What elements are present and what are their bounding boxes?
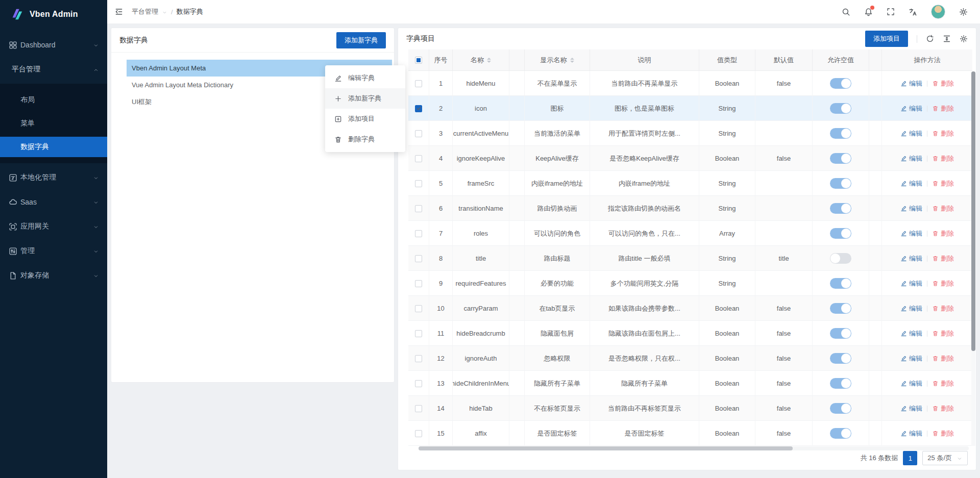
nullable-toggle[interactable]: [830, 178, 851, 189]
row-checkbox[interactable]: [415, 380, 422, 387]
nullable-toggle[interactable]: [830, 353, 851, 364]
delete-button[interactable]: 删除: [932, 229, 954, 238]
row-checkbox[interactable]: [415, 355, 422, 362]
edit-button[interactable]: 编辑: [900, 154, 922, 163]
row-checkbox[interactable]: [415, 305, 422, 312]
edit-button[interactable]: 编辑: [900, 279, 922, 288]
row-checkbox[interactable]: [415, 230, 422, 237]
vertical-scrollbar-thumb[interactable]: [971, 71, 975, 351]
edit-button[interactable]: 编辑: [900, 254, 922, 263]
sidebar-item-localization[interactable]: 本地化管理: [0, 167, 107, 188]
row-checkbox[interactable]: [415, 255, 422, 262]
delete-button[interactable]: 删除: [932, 179, 954, 188]
row-checkbox[interactable]: [415, 155, 422, 162]
search-button[interactable]: [842, 8, 850, 16]
row-checkbox[interactable]: [415, 330, 422, 337]
edit-button[interactable]: 编辑: [900, 379, 922, 388]
delete-button[interactable]: 删除: [932, 254, 954, 263]
language-button[interactable]: [909, 8, 917, 16]
settings-button[interactable]: [959, 8, 968, 16]
breadcrumb-item-current[interactable]: 数据字典: [177, 7, 203, 16]
context-menu-item-add-new-dict[interactable]: 添加新字典: [325, 88, 405, 109]
edit-button[interactable]: 编辑: [900, 104, 922, 113]
nullable-toggle[interactable]: [830, 78, 851, 89]
sidebar-item-menu[interactable]: 菜单: [0, 113, 107, 134]
edit-button[interactable]: 编辑: [900, 404, 922, 413]
app-logo[interactable]: Vben Admin: [0, 0, 107, 29]
nullable-toggle[interactable]: [830, 253, 851, 264]
sort-control[interactable]: [570, 58, 574, 63]
delete-button[interactable]: 删除: [932, 354, 954, 363]
row-checkbox[interactable]: [415, 205, 422, 212]
row-checkbox[interactable]: [415, 405, 422, 412]
edit-button[interactable]: 编辑: [900, 229, 922, 238]
avatar[interactable]: [931, 5, 945, 19]
row-checkbox[interactable]: [415, 430, 422, 437]
row-height-button[interactable]: [943, 35, 951, 43]
sidebar-item-saas[interactable]: Saas: [0, 192, 107, 212]
cell-name: hideMenu: [453, 71, 509, 96]
refresh-button[interactable]: [926, 35, 934, 43]
nullable-toggle[interactable]: [830, 328, 851, 339]
nullable-toggle[interactable]: [830, 153, 851, 164]
collapse-sidebar-button[interactable]: [114, 7, 124, 16]
page-size-select[interactable]: 25 条/页: [922, 451, 968, 465]
edit-button[interactable]: 编辑: [900, 304, 922, 313]
row-checkbox[interactable]: [415, 105, 422, 112]
row-checkbox[interactable]: [415, 280, 422, 287]
nullable-toggle[interactable]: [830, 428, 851, 439]
nullable-toggle[interactable]: [830, 228, 851, 239]
row-checkbox[interactable]: [415, 80, 422, 87]
fullscreen-button[interactable]: [887, 8, 895, 16]
context-menu-item-delete-dict[interactable]: 删除字典: [325, 129, 405, 149]
add-item-button[interactable]: 添加项目: [865, 31, 908, 47]
edit-button[interactable]: 编辑: [900, 354, 922, 363]
add-dictionary-button[interactable]: 添加新字典: [336, 32, 386, 48]
edit-button[interactable]: 编辑: [900, 329, 922, 338]
sidebar-item-layout[interactable]: 布局: [0, 90, 107, 110]
sidebar-item-app-gateway[interactable]: 应用网关: [0, 216, 107, 237]
sidebar-item-management[interactable]: 管理: [0, 241, 107, 261]
sort-control[interactable]: [487, 58, 491, 63]
delete-button[interactable]: 删除: [932, 204, 954, 213]
notifications-button[interactable]: [864, 8, 873, 16]
breadcrumb-item-platform[interactable]: 平台管理: [132, 7, 158, 16]
delete-button[interactable]: 删除: [932, 79, 954, 88]
sidebar-item-dashboard[interactable]: Dashboard: [0, 35, 107, 55]
edit-button[interactable]: 编辑: [900, 179, 922, 188]
nullable-toggle[interactable]: [830, 303, 851, 314]
delete-button[interactable]: 删除: [932, 279, 954, 288]
edit-button[interactable]: 编辑: [900, 204, 922, 213]
page-button[interactable]: 1: [903, 451, 917, 465]
nullable-toggle[interactable]: [830, 203, 851, 214]
delete-button[interactable]: 删除: [932, 379, 954, 388]
nullable-toggle[interactable]: [830, 378, 851, 389]
sidebar-item-data-dictionary[interactable]: 数据字典: [0, 137, 107, 157]
edit-button[interactable]: 编辑: [900, 129, 922, 138]
select-all-checkbox[interactable]: [415, 57, 422, 64]
column-settings-button[interactable]: [960, 35, 968, 43]
delete-button[interactable]: 删除: [932, 104, 954, 113]
sidebar-item-object-storage[interactable]: 对象存储: [0, 265, 107, 286]
delete-button[interactable]: 删除: [932, 129, 954, 138]
horizontal-scrollbar-thumb[interactable]: [419, 446, 793, 450]
context-menu-item-add-item[interactable]: 添加项目: [325, 109, 405, 129]
nullable-toggle[interactable]: [830, 128, 851, 139]
row-checkbox[interactable]: [415, 130, 422, 137]
context-menu-item-edit-dict[interactable]: 编辑字典: [325, 68, 405, 88]
nullable-toggle[interactable]: [830, 278, 851, 289]
delete-button[interactable]: 删除: [932, 404, 954, 413]
nullable-toggle[interactable]: [830, 103, 851, 114]
delete-button[interactable]: 删除: [932, 329, 954, 338]
horizontal-scrollbar[interactable]: [419, 446, 969, 450]
edit-button[interactable]: 编辑: [900, 429, 922, 438]
nullable-toggle[interactable]: [830, 403, 851, 414]
sidebar-item-platform-management[interactable]: 平台管理: [0, 59, 107, 80]
row-checkbox[interactable]: [415, 180, 422, 187]
delete-button[interactable]: 删除: [932, 429, 954, 438]
cell-num: 3: [429, 121, 453, 146]
delete-button[interactable]: 删除: [932, 304, 954, 313]
delete-button[interactable]: 删除: [932, 154, 954, 163]
vertical-scrollbar[interactable]: [971, 71, 975, 446]
edit-button[interactable]: 编辑: [900, 79, 922, 88]
